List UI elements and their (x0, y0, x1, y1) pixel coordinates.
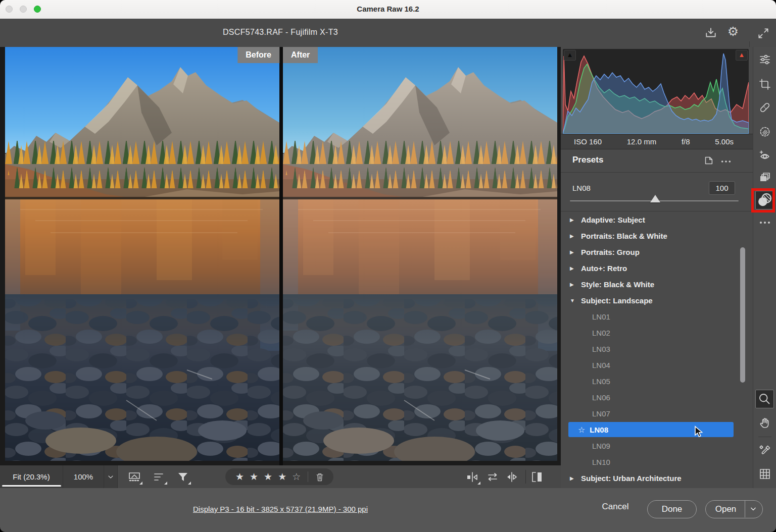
shadow-clipping-icon[interactable]: ▲ (564, 50, 576, 61)
preset-group-label: Style: Black & White (581, 280, 654, 289)
workflow-options-link[interactable]: Display P3 - 16 bit - 3825 x 5737 (21.9M… (0, 505, 561, 513)
amount-slider-thumb[interactable] (650, 195, 660, 202)
chevron-right-icon: ▶ (570, 233, 577, 239)
preset-group-subject-landscape[interactable]: ▼ Subject: Landscape (561, 292, 753, 308)
open-split-divider (745, 501, 745, 517)
chevron-right-icon: ▶ (570, 282, 577, 287)
exif-focal-length: 12.0 mm (627, 137, 656, 146)
chevron-right-icon: ▶ (570, 265, 577, 271)
tool-rail (753, 47, 776, 488)
save-image-icon[interactable] (704, 27, 717, 40)
grid-overlay-icon[interactable] (759, 468, 771, 480)
filter-icon[interactable] (176, 470, 189, 484)
zoom-100-tab[interactable]: 100% (63, 465, 104, 488)
swap-before-after-icon[interactable] (486, 470, 499, 484)
copy-settings-icon[interactable] (505, 470, 518, 484)
preset-item-ln02[interactable]: LN02 (561, 325, 753, 341)
preset-group-label: Auto+: Retro (581, 264, 627, 273)
presets-menu-icon[interactable] (720, 156, 732, 167)
preset-amount-label: LN08 (572, 184, 591, 192)
preset-group-label: Portraits: Group (581, 248, 640, 256)
highlight-clipping-icon[interactable]: ▲ (736, 50, 748, 61)
preset-item-ln07[interactable]: LN07 (561, 405, 753, 421)
cancel-button[interactable]: Cancel (594, 502, 637, 512)
preset-amount-value[interactable]: 100 (709, 181, 735, 195)
before-after-view-icon[interactable] (466, 470, 479, 484)
trash-icon[interactable] (315, 472, 325, 482)
chevron-right-icon: ▶ (570, 249, 577, 255)
hand-tool-icon[interactable] (759, 417, 771, 429)
preset-item-ln10[interactable]: LN10 (561, 454, 753, 470)
before-label: Before (237, 47, 279, 63)
pill-divider (308, 471, 308, 482)
preset-group-adaptive-subject[interactable]: ▶ Adaptive: Subject (561, 211, 753, 228)
preset-item-ln03[interactable]: LN03 (561, 341, 753, 357)
zoom-fit-tab[interactable]: Fit (20.3%) (0, 465, 63, 488)
star-1-filled[interactable]: ★ (235, 471, 244, 483)
histogram[interactable]: ▲ ▲ (563, 49, 749, 134)
crop-icon[interactable] (759, 78, 771, 90)
star-2-filled[interactable]: ★ (250, 471, 258, 483)
preset-item-ln05[interactable]: LN05 (561, 373, 753, 389)
preset-group-label: Portraits: Black & White (581, 232, 667, 240)
preset-item-ln08-selected[interactable]: ☆ LN08 (568, 422, 734, 437)
before-image[interactable] (5, 47, 279, 461)
preset-group-style-bw[interactable]: ▶ Style: Black & White (561, 276, 753, 292)
exif-iso: ISO 160 (574, 137, 602, 146)
zoom-tool-selected[interactable] (755, 390, 774, 408)
sort-icon[interactable] (153, 470, 166, 484)
star-5-empty[interactable]: ☆ (292, 471, 301, 483)
preferences-gear-icon[interactable]: ⚙ (726, 25, 740, 38)
bottom-toolbar: Fit (20.3%) 100% ★ ★ ★ ★ ☆ (0, 465, 561, 488)
preset-group-label: Subject: Urban Architecture (581, 474, 682, 483)
window-title: Camera Raw 16.2 (0, 5, 776, 13)
preset-item-ln04[interactable]: LN04 (561, 357, 753, 373)
done-button[interactable]: Done (647, 500, 697, 518)
filmstrip-icon[interactable] (128, 470, 141, 484)
exif-shutter: 5.00s (715, 137, 734, 146)
preset-list: ▶ Adaptive: Subject ▶ Portraits: Black &… (561, 211, 753, 488)
file-info: DSCF5743.RAF - Fujifilm X-T3 (0, 28, 561, 37)
favorite-star-icon[interactable]: ☆ (578, 425, 585, 435)
zoom-fit-label: Fit (20.3%) (13, 472, 50, 481)
snapshots-icon[interactable] (759, 172, 771, 184)
more-tools-icon[interactable] (759, 217, 771, 229)
healing-icon[interactable] (759, 101, 771, 114)
preset-group-subject-urban[interactable]: ▶ Subject: Urban Architecture (561, 470, 753, 486)
star-4-filled[interactable]: ★ (278, 471, 286, 483)
chevron-right-icon: ▶ (570, 475, 577, 481)
preset-item-ln06[interactable]: LN06 (561, 389, 753, 405)
active-zoom-underline (2, 485, 61, 487)
open-button-label: Open (706, 501, 746, 517)
preset-item-ln09[interactable]: LN09 (561, 438, 753, 454)
masking-icon[interactable] (759, 126, 771, 138)
exif-info-bar: ISO 160 12.0 mm f/8 5.00s (561, 134, 753, 149)
red-annotation-box (751, 188, 775, 212)
after-label: After (283, 47, 318, 63)
rail-divider (758, 437, 771, 437)
open-dropdown-chevron[interactable] (748, 504, 759, 515)
preset-group-label: Subject: Landscape (581, 296, 653, 305)
toolbar-divider (525, 470, 526, 484)
exif-aperture: f/8 (682, 137, 690, 146)
preset-group-portraits-bw[interactable]: ▶ Portraits: Black & White (561, 228, 753, 244)
star-3-filled[interactable]: ★ (264, 471, 272, 483)
single-view-icon[interactable] (530, 470, 544, 484)
preset-list-scrollbar[interactable] (740, 247, 745, 383)
preset-item-ln01[interactable]: LN01 (561, 308, 753, 325)
after-image[interactable] (283, 47, 557, 461)
red-eye-icon[interactable] (759, 149, 771, 162)
chevron-down-icon: ▼ (570, 298, 577, 303)
preset-group-auto-retro[interactable]: ▶ Auto+: Retro (561, 260, 753, 276)
preset-group-portraits-group[interactable]: ▶ Portraits: Group (561, 244, 753, 260)
flyout-corner (188, 482, 191, 485)
zoom-dropdown-chevron[interactable] (104, 465, 118, 488)
edit-sliders-icon[interactable] (759, 54, 771, 66)
presets-header: Presets (561, 149, 753, 173)
title-bar: Camera Raw 16.2 (0, 0, 776, 19)
white-balance-eyedropper-icon[interactable] (759, 445, 771, 457)
preset-amount-row: LN08 100 (561, 173, 753, 211)
fullscreen-expand-icon[interactable] (757, 27, 770, 40)
open-button[interactable]: Open (705, 500, 763, 518)
create-preset-icon[interactable] (703, 155, 714, 166)
